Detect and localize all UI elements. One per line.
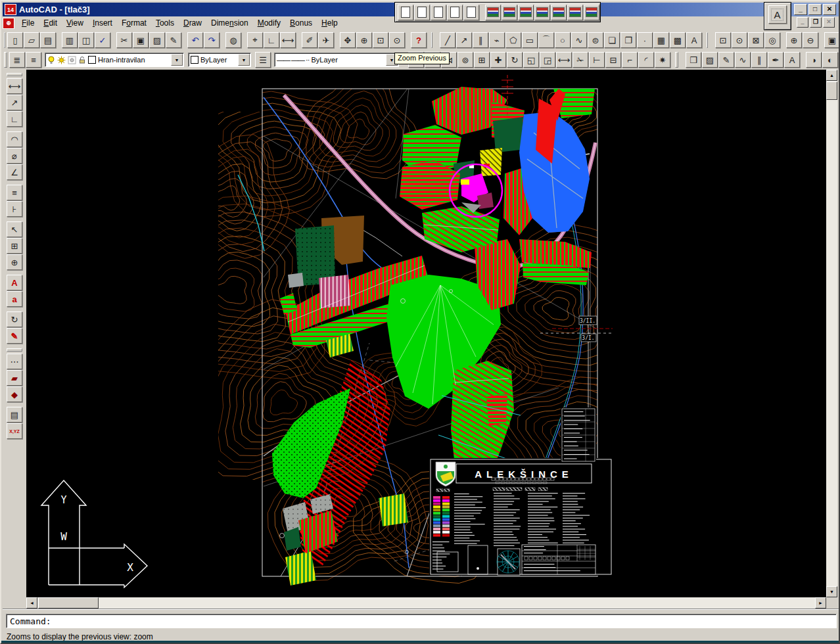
polygon-button[interactable]: ⬠	[505, 32, 521, 48]
doc-restore-button[interactable]: ❐	[810, 17, 822, 28]
zoom-previous-button[interactable]: ⊙	[389, 32, 405, 48]
menu-edit[interactable]: Edit	[39, 17, 62, 29]
image-icon-5[interactable]	[551, 5, 567, 20]
menu-bonus[interactable]: Bonus	[285, 17, 317, 29]
break-button[interactable]: ⊟	[605, 52, 621, 68]
list-button[interactable]: ▤	[7, 407, 22, 423]
menu-tools[interactable]: Tools	[151, 17, 179, 29]
image-icon-2[interactable]	[502, 5, 517, 20]
horizontal-scroll-thumb[interactable]	[38, 597, 99, 609]
fillet-button[interactable]: ◜	[638, 52, 654, 68]
drawing-area[interactable]: 3/II. 3/I. ALEKŠINCE	[26, 70, 826, 597]
layers-dialog-button[interactable]: ≣	[9, 52, 25, 68]
chamfer-button[interactable]: ⌐	[622, 52, 638, 68]
color-dropdown[interactable]: ByLayer ▼	[188, 53, 251, 67]
center-mark-button[interactable]: ⊕	[7, 254, 22, 270]
zoom-scale-button[interactable]: ⊠	[748, 32, 764, 48]
toolbar-grip[interactable]	[4, 32, 5, 48]
draworder-button[interactable]: ❒	[686, 52, 701, 68]
dimension-text-edit-button[interactable]: a	[7, 291, 22, 307]
rectangle-button[interactable]: ▭	[522, 32, 538, 48]
menu-format[interactable]: Format	[117, 17, 151, 29]
dimension-edit-button[interactable]: A	[7, 275, 22, 290]
freeze-sun-icon[interactable]	[57, 56, 66, 64]
menu-insert[interactable]: Insert	[88, 17, 117, 29]
menu-help[interactable]: Help	[317, 17, 342, 29]
image-icon-7[interactable]	[584, 5, 599, 20]
save-button[interactable]: ▤	[40, 32, 56, 48]
menu-view[interactable]: View	[62, 17, 88, 29]
image-icon-3[interactable]	[518, 5, 534, 20]
layer-dropdown-arrow[interactable]: ▼	[171, 54, 183, 66]
zoom-dynamic-button[interactable]: ⊙	[732, 32, 747, 48]
zoom-all-button[interactable]: ▣	[824, 32, 840, 48]
linear-dimension-button[interactable]: ⟷	[7, 78, 22, 94]
paste-button[interactable]: ▨	[149, 32, 165, 48]
edit-multiline-button[interactable]: ∥	[751, 52, 767, 68]
insert-block-button[interactable]: ❏	[604, 32, 620, 48]
make-object-layer-current-button[interactable]: ≡	[26, 52, 41, 68]
point-button[interactable]: ·	[637, 32, 653, 48]
map-canvas[interactable]: 3/II. 3/I. ALEKŠINCE	[26, 70, 826, 597]
aerial-view-button[interactable]: ✈	[318, 32, 334, 48]
spline-button[interactable]: ∿	[571, 32, 587, 48]
scroll-right-arrow[interactable]: ►	[815, 597, 826, 609]
multiline-button[interactable]: ∥	[473, 32, 488, 48]
zoom-window-button[interactable]: ⊡	[715, 32, 731, 48]
image-icon-6[interactable]	[567, 5, 583, 20]
pan-realtime-button[interactable]: ✥	[340, 32, 356, 48]
minimize-button[interactable]: _	[794, 4, 807, 15]
dimension-update-button[interactable]: ↻	[7, 311, 22, 327]
unlock-icon[interactable]	[78, 56, 86, 64]
text-button[interactable]: A	[686, 32, 702, 48]
horizontal-scrollbar[interactable]: ◄ ►	[26, 597, 826, 609]
undo-button[interactable]: ↶	[187, 32, 203, 48]
arc-button[interactable]: ⌒	[538, 32, 554, 48]
zoom-in-button[interactable]: ⊕	[786, 32, 802, 48]
maximize-button[interactable]: □	[808, 4, 822, 15]
angular-dimension-button[interactable]: ∠	[7, 164, 22, 180]
dimension-style-button[interactable]: ✎	[7, 328, 22, 344]
scroll-left-arrow[interactable]: ◄	[26, 597, 37, 609]
spelling-button[interactable]: ✓	[95, 32, 110, 48]
open-button[interactable]: ▱	[24, 32, 39, 48]
color-dropdown-arrow[interactable]: ▼	[238, 54, 250, 66]
help-button[interactable]: ?	[411, 32, 427, 48]
autocad-app-icon[interactable]: 14	[5, 4, 16, 15]
text-a-button[interactable]: A	[768, 5, 787, 24]
edit-polyline-button[interactable]: ✎	[718, 52, 734, 68]
menu-modify[interactable]: Modify	[253, 17, 285, 29]
hatch-button[interactable]: ▦	[653, 32, 669, 48]
layer-dropdown[interactable]: Hran-intravilan ▼	[45, 53, 184, 67]
view-circle-icon-2[interactable]: ◐	[822, 52, 838, 68]
edit-spline-button[interactable]: ∿	[735, 52, 751, 68]
toolbar-grip[interactable]	[4, 52, 7, 68]
print-preview-button[interactable]: ◫	[78, 32, 94, 48]
image-icon-4[interactable]	[534, 5, 550, 20]
diameter-dimension-button[interactable]: ⌀	[7, 148, 22, 164]
doc-icon-1[interactable]	[398, 5, 413, 20]
rotate-button[interactable]: ↻	[507, 52, 523, 68]
copy-button[interactable]: ▣	[133, 32, 149, 48]
explode-button[interactable]: ✷	[655, 52, 670, 68]
new-button[interactable]: ▯	[7, 32, 23, 48]
doc-icon-3[interactable]	[431, 5, 446, 20]
launch-browser-button[interactable]: ◍	[225, 32, 241, 48]
line-button[interactable]: ╱	[440, 32, 455, 48]
vertical-scrollbar[interactable]: ▲ ▼	[826, 70, 837, 597]
zoom-center-button[interactable]: ◎	[764, 32, 780, 48]
edit-attribute-button[interactable]: ✒	[768, 52, 783, 68]
view-circle-icon-1[interactable]: ◑	[806, 52, 822, 68]
linetype-dropdown[interactable]: —— —— ·· ByLayer ▼	[274, 53, 399, 67]
aligned-dimension-button[interactable]: ↗	[7, 95, 22, 110]
menu-draw[interactable]: Draw	[179, 17, 206, 29]
array-button[interactable]: ⊞	[474, 52, 490, 68]
polyline-button[interactable]: ⌁	[489, 32, 505, 48]
lengthen-button[interactable]: ⟷	[556, 52, 572, 68]
zoom-realtime-button[interactable]: ⊕	[356, 32, 372, 48]
circle-button[interactable]: ○	[555, 32, 571, 48]
scroll-up-arrow[interactable]: ▲	[826, 70, 837, 81]
print-button[interactable]: ▥	[62, 32, 78, 48]
doc-icon-5[interactable]	[463, 5, 479, 20]
redraw-button[interactable]: ✐	[302, 32, 317, 48]
